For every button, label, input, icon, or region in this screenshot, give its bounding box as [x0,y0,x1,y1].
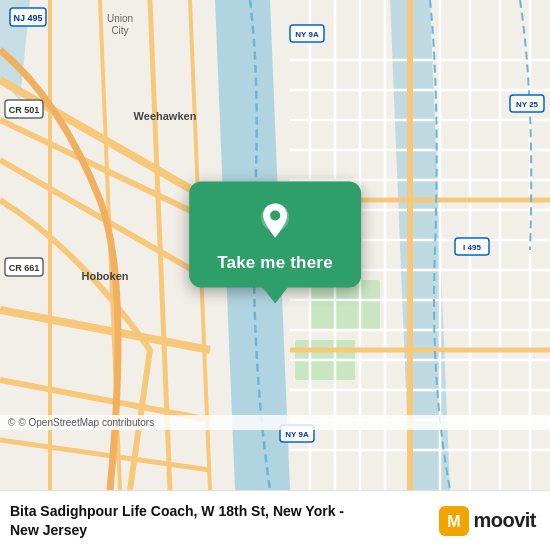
map-container: NJ 495 CR 501 CR 661 NY 9A NY 9A NY 9A N… [0,0,550,490]
location-name-line2: New Jersey [10,522,87,538]
svg-text:City: City [111,25,128,36]
location-popup[interactable]: Take me there [189,181,361,287]
copyright-symbol: © [8,417,15,428]
copyright-bar: © © OpenStreetMap contributors [0,415,550,430]
popup-box: Take me there [189,181,361,287]
moovit-text: moovit [473,509,536,532]
location-pin-icon [253,199,297,243]
bottom-bar: Bita Sadighpour Life Coach, W 18th St, N… [0,490,550,550]
take-me-there-button[interactable]: Take me there [217,253,333,273]
svg-rect-4 [310,280,380,330]
svg-text:NY 9A: NY 9A [295,30,319,39]
svg-text:CR 661: CR 661 [9,263,40,273]
svg-text:M: M [448,513,461,530]
svg-point-64 [270,210,280,220]
moovit-icon: M [439,506,469,536]
svg-text:NY 9A: NY 9A [285,430,309,439]
svg-text:Union: Union [107,13,133,24]
svg-text:Hoboken: Hoboken [81,270,128,282]
svg-text:Weehawken: Weehawken [134,110,197,122]
svg-text:I 495: I 495 [463,243,481,252]
svg-text:NY 25: NY 25 [516,100,539,109]
location-info: Bita Sadighpour Life Coach, W 18th St, N… [10,502,439,538]
location-name: Bita Sadighpour Life Coach, W 18th St, N… [10,502,439,538]
svg-text:CR 501: CR 501 [9,105,40,115]
location-name-line1: Bita Sadighpour Life Coach, W 18th St, N… [10,503,344,519]
copyright-text: © OpenStreetMap contributors [18,417,154,428]
svg-text:NJ 495: NJ 495 [13,13,42,23]
moovit-logo: M moovit [439,506,536,536]
